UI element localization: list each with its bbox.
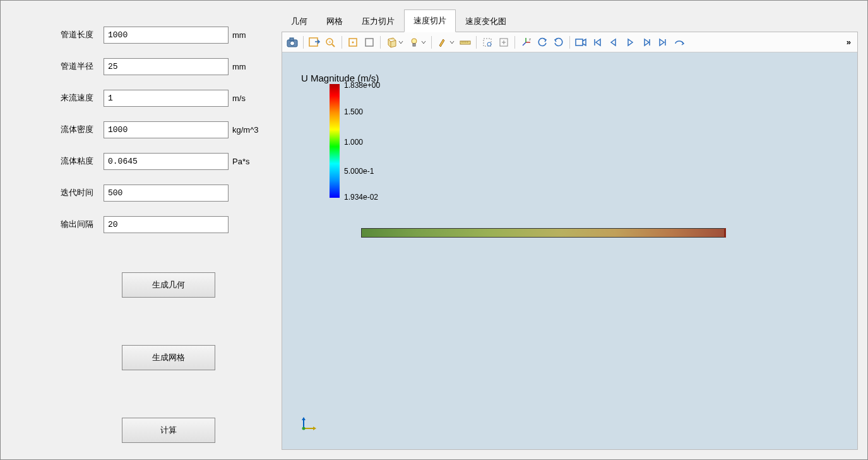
compute-button[interactable]: 计算 xyxy=(122,418,215,443)
camera-film-icon[interactable] xyxy=(573,35,588,50)
axes-icon[interactable]: z xyxy=(518,35,533,50)
ruler-icon[interactable] xyxy=(458,35,473,50)
tab-content: + z xyxy=(282,32,858,450)
row-output-interval: 输出间隔 xyxy=(61,215,266,233)
label-pipe-radius: 管道半径 xyxy=(61,61,104,72)
unit-pipe-length: mm xyxy=(232,30,246,40)
svg-line-22 xyxy=(523,42,526,45)
svg-rect-24 xyxy=(576,39,583,45)
svg-line-5 xyxy=(332,44,335,47)
wireframe-icon[interactable] xyxy=(362,35,377,50)
label-output-interval: 输出间隔 xyxy=(61,219,104,230)
svg-point-8 xyxy=(352,41,354,43)
toolbar-more-icon[interactable]: » xyxy=(843,37,855,47)
input-fluid-viscosity[interactable] xyxy=(104,153,229,170)
rotate-cw-icon[interactable] xyxy=(551,35,566,50)
visualization-panel: 几何 网格 压力切片 速度切片 速度变化图 + xyxy=(282,10,858,450)
svg-point-2 xyxy=(290,41,295,45)
generate-geometry-button[interactable]: 生成几何 xyxy=(122,272,215,298)
legend-tick: 1.000 xyxy=(344,138,363,147)
camera-icon[interactable] xyxy=(285,35,300,50)
svg-rect-9 xyxy=(366,39,373,46)
loop-icon[interactable] xyxy=(672,35,687,50)
play-icon[interactable] xyxy=(622,35,638,50)
toolbar-separator xyxy=(431,36,432,49)
box-dropdown-icon[interactable] xyxy=(384,35,405,50)
row-iteration-time: 迭代时间 xyxy=(61,184,266,202)
rotate-ccw-icon[interactable] xyxy=(535,35,550,50)
prev-frame-icon[interactable] xyxy=(606,35,621,50)
svg-point-10 xyxy=(412,39,417,44)
toolbar-separator xyxy=(342,36,342,49)
light-dropdown-icon[interactable] xyxy=(407,35,428,50)
toolbar-separator xyxy=(476,36,477,49)
svg-rect-11 xyxy=(413,44,415,46)
unit-pipe-radius: mm xyxy=(232,62,246,71)
label-pipe-length: 管道长度 xyxy=(61,29,104,40)
select-icon[interactable] xyxy=(480,35,495,50)
generate-mesh-button[interactable]: 生成网格 xyxy=(122,345,215,370)
input-inflow-velocity[interactable] xyxy=(104,90,229,107)
label-inflow-velocity: 来流速度 xyxy=(61,92,104,104)
input-pipe-radius[interactable] xyxy=(104,58,229,75)
app-window: 管道长度 mm 管道半径 mm 来流速度 m/s 流体密度 kg/m^3 流体粘… xyxy=(0,0,868,460)
svg-point-18 xyxy=(487,42,491,46)
svg-text:z: z xyxy=(529,37,531,41)
unit-fluid-density: kg/m^3 xyxy=(232,125,259,135)
tab-velocity-plot[interactable]: 速度变化图 xyxy=(456,10,516,32)
toolbar-separator xyxy=(380,36,381,49)
unit-fluid-viscosity: Pa*s xyxy=(232,157,249,166)
toolbar-separator xyxy=(569,36,570,49)
row-inflow-velocity: 来流速度 m/s xyxy=(61,89,266,107)
legend-tick: 1.500 xyxy=(344,107,363,116)
colorbar xyxy=(330,84,340,198)
surface-icon[interactable] xyxy=(345,35,360,50)
legend-tick: 1.838e+00 xyxy=(344,81,380,90)
row-fluid-density: 流体密度 kg/m^3 xyxy=(61,121,266,138)
tab-pressure-slice[interactable]: 压力切片 xyxy=(352,10,404,32)
toolbar-separator xyxy=(514,36,515,49)
label-fluid-density: 流体密度 xyxy=(61,124,104,135)
zoom-box-icon[interactable] xyxy=(496,35,511,50)
tab-geometry[interactable]: 几何 xyxy=(282,10,317,32)
input-output-interval[interactable] xyxy=(104,216,229,233)
pipe-slice-geometry xyxy=(361,228,724,238)
label-fluid-viscosity: 流体粘度 xyxy=(61,155,104,167)
unit-inflow-velocity: m/s xyxy=(232,94,246,103)
input-fluid-density[interactable] xyxy=(104,121,229,138)
input-pipe-length[interactable] xyxy=(104,27,229,44)
row-pipe-radius: 管道半径 mm xyxy=(61,58,266,75)
paraview-toolbar: + z xyxy=(282,32,857,52)
tab-mesh[interactable]: 网格 xyxy=(317,10,352,32)
svg-rect-1 xyxy=(290,38,294,40)
pipe-end xyxy=(724,228,726,238)
color-dropdown-icon[interactable] xyxy=(435,35,456,50)
legend-tick: 5.000e-1 xyxy=(344,167,374,176)
tab-bar: 几何 网格 压力切片 速度切片 速度变化图 xyxy=(282,10,858,32)
svg-text:+: + xyxy=(328,39,331,45)
toolbar-separator xyxy=(303,36,304,49)
legend-tick: 1.934e-02 xyxy=(344,193,378,202)
first-frame-icon[interactable] xyxy=(590,35,605,50)
render-viewport[interactable]: U Magnitude (m/s) 1.838e+00 1.500 1.000 … xyxy=(282,52,857,449)
zoom-to-data-icon[interactable]: + xyxy=(323,35,338,50)
row-pipe-length: 管道长度 mm xyxy=(61,26,266,44)
svg-point-27 xyxy=(302,427,306,430)
svg-rect-12 xyxy=(460,41,470,44)
reset-camera-icon[interactable] xyxy=(307,35,322,50)
label-iteration-time: 迭代时间 xyxy=(61,187,104,198)
last-frame-icon[interactable] xyxy=(655,35,670,50)
row-fluid-viscosity: 流体粘度 Pa*s xyxy=(61,152,266,170)
axes-gizmo-icon xyxy=(301,415,320,433)
input-iteration-time[interactable] xyxy=(104,185,229,202)
parameter-panel: 管道长度 mm 管道半径 mm 来流速度 m/s 流体密度 kg/m^3 流体粘… xyxy=(10,10,275,450)
next-frame-icon[interactable] xyxy=(639,35,654,50)
tab-velocity-slice[interactable]: 速度切片 xyxy=(404,9,456,32)
